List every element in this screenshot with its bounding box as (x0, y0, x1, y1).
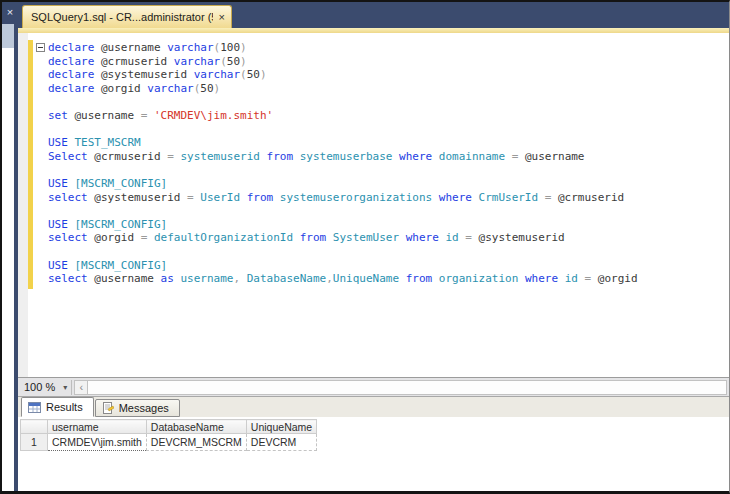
column-header-username[interactable]: username (48, 420, 147, 434)
zoom-value: 100 % (24, 381, 55, 393)
tab-messages-label: Messages (119, 402, 169, 414)
table-row: 1 CRMDEV\jim.smith DEVCRM_MSCRM DEVCRM (21, 434, 317, 451)
results-grid-icon (28, 402, 41, 413)
cell-username[interactable]: CRMDEV\jim.smith (48, 434, 147, 451)
code-line: declare @systemuserid varchar(50) (48, 68, 729, 82)
code-line: Select @crmuserid = systemuserid from sy… (48, 150, 729, 164)
zoom-control[interactable]: 100 % ▾ (20, 380, 72, 395)
code-line: USE [MSCRM_CONFIG] (48, 218, 729, 232)
code-line: declare @username varchar(100) (48, 41, 729, 55)
tab-results-label: Results (46, 401, 83, 413)
tab-close-icon[interactable]: × (219, 11, 225, 23)
ssms-window: × SQLQuery1.sql - CR...administrator (59… (0, 0, 730, 494)
row-number-cell[interactable]: 1 (21, 434, 48, 451)
horizontal-scrollbar[interactable] (88, 380, 727, 395)
code-line: USE [MSCRM_CONFIG] (48, 177, 729, 191)
code-line: USE [MSCRM_CONFIG] (48, 259, 729, 273)
tab-messages[interactable]: Messages (95, 399, 180, 417)
close-icon[interactable]: × (2, 2, 18, 24)
sql-editor[interactable]: declare @username varchar(100)declare @c… (18, 33, 729, 377)
selection-margin (18, 33, 28, 377)
track-changes-bar (28, 40, 33, 289)
code-line: declare @orgid varchar(50) (48, 82, 729, 96)
chevron-down-icon: ▾ (63, 383, 67, 392)
column-header-databasename[interactable]: DatabaseName (146, 420, 246, 434)
code-line (48, 204, 729, 218)
code-line: set @username = 'CRMDEV\jim.smith' (48, 109, 729, 123)
results-pane: Results Messages (18, 396, 729, 491)
code-line: USE TEST_MSCRM (48, 136, 729, 150)
document-tab-title: SQLQuery1.sql - CR...administrator (59))… (31, 11, 213, 23)
code-line (48, 245, 729, 259)
document-tab[interactable]: SQLQuery1.sql - CR...administrator (59))… (22, 5, 232, 28)
messages-icon (102, 402, 114, 414)
column-header-uniquename[interactable]: UniqueName (246, 420, 316, 434)
grid-header-row: username DatabaseName UniqueName (21, 420, 317, 434)
left-dock-rail: × (2, 2, 18, 491)
document-area: SQLQuery1.sql - CR...administrator (59))… (18, 2, 729, 491)
results-tab-strip: Results Messages (18, 396, 729, 417)
grid-corner-cell[interactable] (21, 420, 48, 434)
results-grid: username DatabaseName UniqueName 1 CRMDE… (18, 417, 729, 491)
code-line: declare @crmuserid varchar(50) (48, 55, 729, 69)
document-tab-well: SQLQuery1.sql - CR...administrator (59))… (18, 2, 729, 28)
scroll-left-button[interactable]: ‹ (74, 380, 88, 395)
code-line: select @username as username, DatabaseNa… (48, 272, 729, 286)
code-line (48, 123, 729, 137)
code-line: select @systemuserid = UserId from syste… (48, 191, 729, 205)
code-text[interactable]: declare @username varchar(100)declare @c… (18, 33, 729, 286)
cell-uniquename[interactable]: DEVCRM (246, 434, 316, 451)
code-line (48, 95, 729, 109)
code-line (48, 163, 729, 177)
collapsed-panel-block (2, 24, 14, 48)
collapse-region-icon[interactable] (36, 43, 45, 52)
tab-results[interactable]: Results (21, 397, 94, 417)
cell-databasename[interactable]: DEVCRM_MSCRM (146, 434, 246, 451)
code-line: select @orgid = defaultOrganizationId fr… (48, 231, 729, 245)
editor-statusbar: 100 % ▾ ‹ (18, 377, 729, 396)
